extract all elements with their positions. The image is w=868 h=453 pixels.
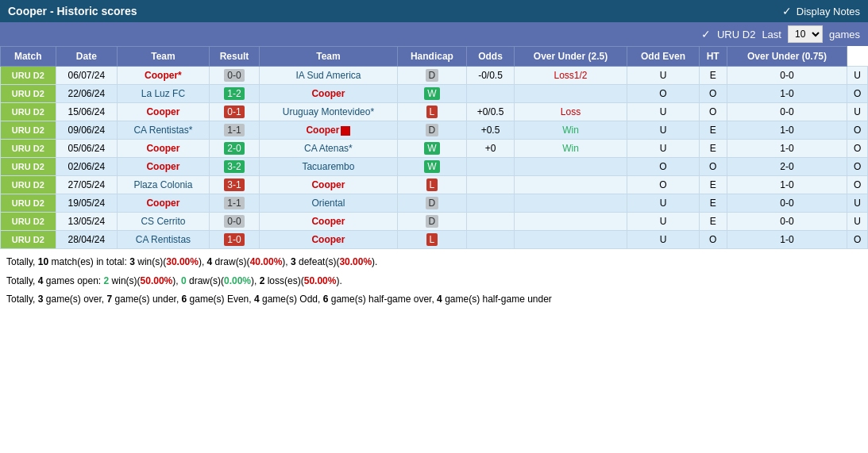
ou25-cell: O [627,176,700,194]
league-cell: URU D2 [1,85,56,103]
league-cell: URU D2 [1,176,56,194]
handicap-cell: +0/0.5 [467,103,514,121]
team2-cell: Oriental [260,194,397,213]
col-ou75: Over Under (0.75) [727,47,847,67]
team2-cell: IA Sud America [260,67,397,85]
result-cell: D [397,121,467,140]
odds-cell [514,158,627,176]
score-cell[interactable]: 0-0 [209,213,260,231]
summary-line2: Totally, 4 games open: 2 win(s)(50.00%),… [6,273,862,290]
col-date: Date [56,47,118,67]
header-right: ✓ Display Notes [782,5,860,17]
team2-cell: Cooper [260,176,397,194]
handicap-cell [467,231,514,249]
score-cell[interactable]: 1-0 [209,231,260,249]
league-cell: URU D2 [1,231,56,249]
handicap-cell [467,85,514,103]
score-cell[interactable]: 0-1 [209,103,260,121]
team1-cell: Cooper* [118,67,210,85]
odds-cell: Loss1/2 [514,67,627,85]
result-cell: W [397,85,467,103]
date-cell: 13/05/24 [56,213,118,231]
team2-cell: Cooper [260,213,397,231]
odds-cell: Loss [514,103,627,121]
team1-cell: Cooper [118,194,210,213]
team1-cell: La Luz FC [118,85,210,103]
handicap-cell [467,213,514,231]
ou75-cell: U [847,213,868,231]
result-cell: L [397,176,467,194]
col-handicap: Handicap [397,47,467,67]
result-cell: W [397,158,467,176]
games-label: games [829,29,860,40]
col-oe: Odd Even [627,47,700,67]
score-cell[interactable]: 3-1 [209,176,260,194]
oe-cell: E [699,194,727,213]
ou25-cell: O [627,85,700,103]
handicap-cell [467,194,514,213]
ht-cell: 1-0 [727,121,847,140]
col-team1: Team [118,47,210,67]
score-cell[interactable]: 0-0 [209,67,260,85]
display-notes-check-icon: ✓ [782,5,792,17]
oe-cell: E [699,213,727,231]
ou25-cell: O [627,158,700,176]
ht-cell: 1-0 [727,231,847,249]
summary-line1: Totally, 10 match(es) in total: 3 win(s)… [6,254,862,271]
page-title: Cooper - Historic scores [8,5,137,17]
ou75-cell: O [847,158,868,176]
col-odds: Odds [467,47,514,67]
odds-cell: Win [514,121,627,140]
ht-cell: 1-0 [727,140,847,158]
display-notes-label[interactable]: Display Notes [797,6,860,17]
filter-bar: ✓ URU D2 Last 10 20 30 games [0,22,868,46]
league-cell: URU D2 [1,140,56,158]
league-filter-label: URU D2 [717,29,755,40]
ou25-cell: U [627,213,700,231]
result-cell: D [397,194,467,213]
oe-cell: O [699,103,727,121]
handicap-cell: -0/0.5 [467,67,514,85]
team1-cell: Cooper [118,140,210,158]
last-label: Last [762,29,781,40]
score-cell[interactable]: 3-2 [209,158,260,176]
league-cell: URU D2 [1,213,56,231]
games-count-select[interactable]: 10 20 30 [788,25,823,43]
score-cell[interactable]: 1-1 [209,194,260,213]
handicap-cell: +0 [467,140,514,158]
ou25-cell: U [627,121,700,140]
summary-section: Totally, 10 match(es) in total: 3 win(s)… [0,249,868,315]
team1-cell: Plaza Colonia [118,176,210,194]
league-check-icon: ✓ [701,28,711,40]
display-notes-text: Display Notes [797,6,860,17]
score-cell[interactable]: 1-1 [209,121,260,140]
ht-cell: 2-0 [727,158,847,176]
league-cell: URU D2 [1,121,56,140]
odds-cell: Win [514,140,627,158]
ou75-cell: O [847,140,868,158]
ht-cell: 1-0 [727,85,847,103]
team2-cell: Cooper [260,121,397,140]
scores-table: Match Date Team Result Team Handicap Odd… [0,46,868,249]
ht-cell: 1-0 [727,176,847,194]
score-cell[interactable]: 1-2 [209,85,260,103]
result-cell: L [397,103,467,121]
oe-cell: O [699,231,727,249]
oe-cell: O [699,158,727,176]
ou75-cell: O [847,176,868,194]
ht-cell: 0-0 [727,67,847,85]
league-cell: URU D2 [1,158,56,176]
red-card-icon [341,126,350,136]
score-cell[interactable]: 2-0 [209,140,260,158]
ou75-cell: O [847,85,868,103]
team2-cell: Uruguay Montevideo* [260,103,397,121]
ou25-cell: U [627,231,700,249]
ou75-cell: U [847,194,868,213]
date-cell: 09/06/24 [56,121,118,140]
oe-cell: O [699,85,727,103]
oe-cell: E [699,140,727,158]
result-cell: W [397,140,467,158]
league-cell: URU D2 [1,194,56,213]
team1-cell: CA Rentistas* [118,121,210,140]
team2-cell: Cooper [260,85,397,103]
